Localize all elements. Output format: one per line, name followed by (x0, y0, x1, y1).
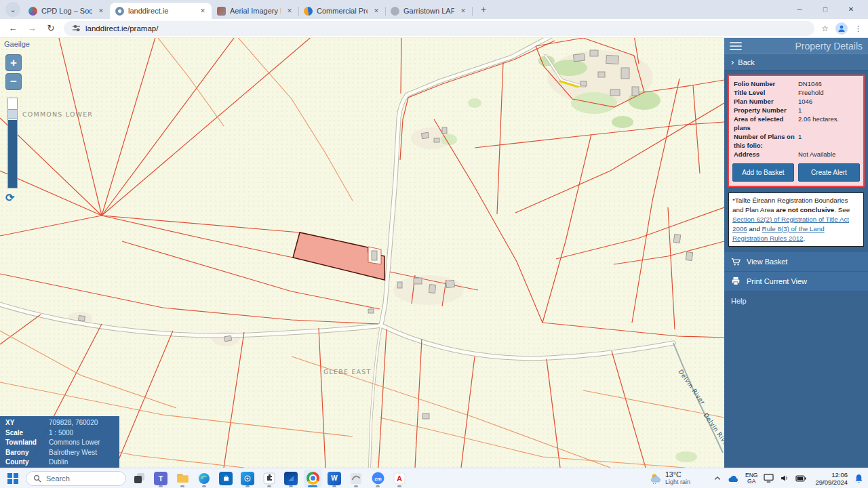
task-view-button[interactable] (130, 470, 148, 487)
back-button[interactable]: ← (7, 23, 19, 33)
reload-button[interactable]: ↻ (45, 23, 57, 33)
info-label: Townland (5, 439, 49, 447)
search-icon (33, 474, 41, 483)
info-value: 1 : 5000 (49, 429, 114, 438)
teams-icon: T (154, 472, 167, 485)
new-tab-button[interactable]: + (476, 2, 491, 17)
omnibox[interactable]: landdirect.ie/pramap/ (64, 21, 814, 36)
teams-app-button[interactable]: T (152, 470, 170, 487)
bookmark-star-icon[interactable]: ☆ (821, 24, 829, 33)
map-viewport[interactable]: COMMONS LOWER GLEBE EAST Delvin River De… (0, 38, 724, 468)
chevron-down-icon: ⌄ (9, 5, 16, 14)
word-icon: W (328, 472, 341, 485)
outlook-app-button[interactable] (239, 470, 256, 487)
plus-icon: + (10, 56, 17, 70)
zoom-slider[interactable] (7, 98, 18, 188)
clock-widget[interactable]: 12:06 29/09/2024 (815, 471, 848, 486)
close-tab-icon[interactable]: ✕ (458, 6, 468, 16)
detail-label: Number of Plans on this folio: (734, 132, 798, 150)
info-label: Barony (5, 449, 49, 458)
profile-avatar[interactable] (835, 22, 848, 35)
acrobat-app-button[interactable]: A (391, 470, 408, 487)
tab-commercial-property[interactable]: Commercial Property for Sale in ✕ (298, 3, 385, 19)
start-button[interactable] (4, 470, 22, 487)
zoom-out-button[interactable]: − (5, 73, 22, 90)
gray-3d-app-button[interactable] (347, 470, 365, 487)
weather-temp: 13°C (665, 471, 690, 479)
zoom-app-button[interactable]: zm (369, 470, 387, 487)
svg-text:zm: zm (374, 476, 382, 482)
add-to-basket-button[interactable]: Add to Basket (732, 163, 794, 182)
disclaimer-bold: are not conclusive (776, 206, 834, 214)
tab-aerial-imagery[interactable]: Aerial Imagery Map ✕ (212, 3, 298, 19)
help-link[interactable]: Help (724, 291, 868, 310)
close-window-button[interactable]: ✕ (838, 0, 864, 18)
notification-bell-icon[interactable] (854, 473, 864, 484)
forward-button[interactable]: → (26, 23, 38, 33)
detail-value: Not Available (798, 150, 859, 159)
browser-menu-button[interactable]: ⋮ (854, 27, 861, 30)
weather-widget[interactable]: 13°C Light rain (650, 471, 690, 485)
tab-landdirect[interactable]: landdirect.ie ✕ (110, 3, 212, 19)
window-controls: ─ □ ✕ (787, 0, 864, 18)
word-app-button[interactable]: W (326, 470, 343, 487)
language-toggle-link[interactable]: Gaeilge (4, 40, 30, 48)
map-drawing: COMMONS LOWER GLEBE EAST Delvin River De… (0, 38, 724, 468)
tab-garristown-pdf[interactable]: Garristown LAP Map 1.pdf ✕ (385, 3, 472, 19)
details-box: Folio NumberDN1046 Title LevelFreehold P… (728, 75, 865, 187)
detail-value: Freehold (798, 88, 859, 97)
aerial-favicon-icon (217, 7, 226, 16)
plus-icon: + (481, 4, 486, 15)
townland-label-commons-lower: COMMONS LOWER (22, 110, 93, 118)
tab-search-button[interactable]: ⌄ (5, 2, 20, 17)
create-alert-button[interactable]: Create Alert (798, 163, 860, 182)
tab-cpd-log[interactable]: CPD Log – Society of Chartered ✕ (23, 3, 110, 19)
tab-title: Garristown LAP Map 1.pdf (403, 7, 454, 15)
view-basket-row[interactable]: View Basket (724, 252, 868, 272)
detail-label: Plan Number (734, 97, 798, 106)
menu-hamburger-icon[interactable] (730, 42, 742, 50)
refresh-map-icon[interactable]: ⟳ (5, 191, 14, 204)
taskbar-search[interactable]: Search (26, 471, 126, 486)
map-info-box: XY709828, 760020 Scale1 : 5000 TownlandC… (0, 416, 119, 468)
zoom-slider-fill (8, 120, 17, 188)
tray-chevron-up-icon[interactable] (713, 474, 722, 483)
onedrive-cloud-icon[interactable] (728, 474, 739, 483)
detail-value: 1 (798, 132, 859, 150)
close-tab-icon[interactable]: ✕ (372, 6, 381, 16)
file-explorer-button[interactable] (174, 470, 191, 487)
volume-icon[interactable] (780, 474, 789, 483)
disclaimer-box: *Tailte Éireann Registration Boundaries … (728, 192, 864, 247)
maximize-button[interactable]: □ (812, 0, 838, 18)
site-info-icon[interactable] (72, 24, 81, 33)
chrome-app-button[interactable] (304, 470, 321, 487)
info-label: County (5, 458, 49, 467)
store-app-button[interactable] (217, 470, 235, 487)
zoom-in-button[interactable]: + (5, 54, 22, 71)
close-tab-icon[interactable]: ✕ (96, 6, 106, 16)
property-favicon-icon (304, 7, 313, 16)
blue-map-app-button[interactable] (282, 470, 300, 487)
tab-title: CPD Log – Society of Chartered (41, 7, 92, 15)
tab-title: Commercial Property for Sale in (317, 7, 368, 15)
cast-icon[interactable] (764, 474, 774, 483)
language-line2: GA (745, 479, 757, 485)
info-value: Dublin (49, 458, 114, 467)
edge-app-button[interactable] (195, 470, 213, 487)
zoom-slider-handle[interactable] (7, 109, 18, 119)
close-tab-icon[interactable]: ✕ (198, 6, 208, 16)
back-label: Back (738, 58, 754, 66)
print-current-view-row[interactable]: Print Current View (724, 272, 868, 291)
close-tab-icon[interactable]: ✕ (285, 6, 294, 16)
weather-icon (650, 472, 662, 485)
minimize-button[interactable]: ─ (787, 0, 812, 18)
back-row[interactable]: › Back (724, 54, 868, 70)
battery-icon[interactable] (795, 474, 806, 483)
clock-time: 12:06 (815, 471, 848, 479)
task-view-icon (134, 472, 145, 484)
language-indicator[interactable]: ENG GA (745, 472, 757, 484)
svg-text:A: A (397, 474, 402, 483)
puzzle-app-button[interactable] (260, 470, 278, 487)
url-text: landdirect.ie/pramap/ (85, 24, 158, 33)
townland-label-glebe-east: GLEBE EAST (323, 368, 372, 375)
